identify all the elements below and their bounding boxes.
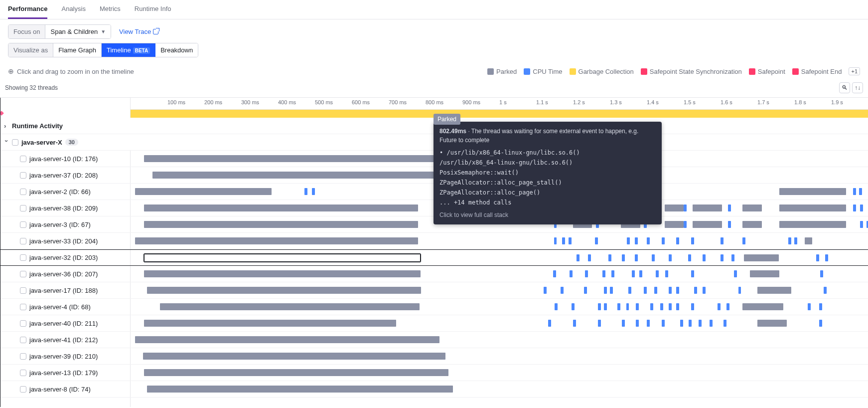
cpu-span[interactable] xyxy=(676,237,679,244)
viz-flame-graph[interactable]: Flame Graph xyxy=(53,43,102,57)
cpu-span[interactable] xyxy=(710,320,713,327)
cpu-span[interactable] xyxy=(636,303,639,310)
cpu-span[interactable] xyxy=(562,237,565,244)
thread-checkbox[interactable] xyxy=(20,172,26,179)
parked-span[interactable] xyxy=(135,188,272,195)
cpu-span[interactable] xyxy=(598,303,601,310)
thread-row[interactable]: java-server-39 (ID: 210) xyxy=(0,348,868,365)
cpu-span[interactable] xyxy=(703,287,706,294)
cpu-span[interactable] xyxy=(617,303,620,310)
cpu-span[interactable] xyxy=(669,287,672,294)
legend-safepoint-end[interactable]: Safepoint End xyxy=(792,68,842,75)
thread-row[interactable]: java-server-41 (ID: 212) xyxy=(0,332,868,348)
cpu-span[interactable] xyxy=(669,254,672,261)
cpu-span[interactable] xyxy=(555,303,558,310)
cpu-span[interactable] xyxy=(570,270,573,277)
parked-span[interactable] xyxy=(693,204,722,211)
cpu-span[interactable] xyxy=(699,320,702,327)
parked-span[interactable] xyxy=(135,336,439,343)
cpu-span[interactable] xyxy=(660,303,663,310)
cpu-span[interactable] xyxy=(584,287,587,294)
viz-timeline[interactable]: TimelineBETA xyxy=(102,43,155,57)
cpu-span[interactable] xyxy=(627,237,630,244)
cpu-span[interactable] xyxy=(788,237,791,244)
cpu-span[interactable] xyxy=(647,320,650,327)
parked-span[interactable] xyxy=(665,221,684,228)
cpu-span[interactable] xyxy=(689,320,692,327)
parked-span[interactable] xyxy=(144,254,421,262)
thread-checkbox[interactable] xyxy=(20,189,26,195)
parked-span[interactable] xyxy=(757,320,787,327)
cpu-span[interactable] xyxy=(694,287,697,294)
parked-span[interactable] xyxy=(135,237,418,244)
cpu-span[interactable] xyxy=(577,254,579,261)
cpu-span[interactable] xyxy=(644,287,647,294)
legend-parked[interactable]: Parked xyxy=(487,68,517,75)
parked-span[interactable] xyxy=(144,204,419,211)
view-trace-link[interactable]: View Trace xyxy=(119,28,158,35)
cpu-span[interactable] xyxy=(622,320,625,327)
parked-span[interactable] xyxy=(779,221,846,228)
cpu-span[interactable] xyxy=(734,270,737,277)
cpu-span[interactable] xyxy=(598,320,601,327)
tab-metrics[interactable]: Metrics xyxy=(100,5,121,19)
parked-span[interactable] xyxy=(742,221,761,228)
parked-span[interactable] xyxy=(805,237,812,244)
parked-span[interactable] xyxy=(147,386,453,393)
cpu-span[interactable] xyxy=(573,320,576,327)
cpu-span[interactable] xyxy=(569,237,572,244)
tab-analysis[interactable]: Analysis xyxy=(61,5,85,19)
cpu-span[interactable] xyxy=(604,303,607,310)
cpu-span[interactable] xyxy=(665,270,668,277)
cpu-span[interactable] xyxy=(676,303,679,310)
cpu-span[interactable] xyxy=(595,237,598,244)
parked-span[interactable] xyxy=(144,320,396,327)
thread-checkbox[interactable] xyxy=(20,205,26,211)
cpu-span[interactable] xyxy=(312,188,315,195)
cpu-span[interactable] xyxy=(602,270,605,277)
thread-row[interactable]: java-server-40 (ID: 211) xyxy=(0,315,868,332)
thread-row[interactable]: java-server-13 (ID: 179) xyxy=(0,365,868,381)
cpu-span[interactable] xyxy=(632,270,635,277)
cpu-span[interactable] xyxy=(622,254,625,261)
cpu-span[interactable] xyxy=(610,287,613,294)
cpu-span[interactable] xyxy=(684,221,687,228)
cpu-span[interactable] xyxy=(728,204,731,211)
focus-selector[interactable]: Focus on Span & Children ▼ xyxy=(8,24,111,39)
cpu-span[interactable] xyxy=(820,270,823,277)
group-checkbox[interactable] xyxy=(12,139,18,146)
cpu-span[interactable] xyxy=(742,237,745,244)
cpu-span[interactable] xyxy=(676,287,679,294)
cpu-span[interactable] xyxy=(808,303,811,310)
cpu-span[interactable] xyxy=(636,320,639,327)
parked-span[interactable] xyxy=(665,204,684,211)
thread-checkbox[interactable] xyxy=(20,287,26,294)
thread-checkbox[interactable] xyxy=(20,254,26,261)
search-button[interactable]: 🔍︎ xyxy=(839,82,850,93)
cpu-span[interactable] xyxy=(611,270,614,277)
thread-checkbox[interactable] xyxy=(20,353,26,360)
chevron-right-icon[interactable]: › xyxy=(4,122,9,130)
cpu-span[interactable] xyxy=(738,287,741,294)
cpu-span[interactable] xyxy=(604,287,607,294)
thread-row[interactable]: java-server-33 (ID: 204) xyxy=(0,233,868,249)
legend-cpu-time[interactable]: CPU Time xyxy=(524,68,562,75)
cpu-span[interactable] xyxy=(669,303,672,310)
cpu-span[interactable] xyxy=(824,287,827,294)
cpu-span[interactable] xyxy=(680,320,683,327)
thread-row[interactable]: java-server-4 (ID: 68) xyxy=(0,299,868,315)
playhead-line[interactable] xyxy=(0,98,0,407)
sort-button[interactable]: ↑↓ xyxy=(852,82,863,93)
cpu-span[interactable] xyxy=(721,237,723,244)
cpu-span[interactable] xyxy=(819,303,822,310)
parked-span[interactable] xyxy=(147,287,422,294)
cpu-span[interactable] xyxy=(654,287,657,294)
thread-checkbox[interactable] xyxy=(20,337,26,343)
cpu-span[interactable] xyxy=(553,270,556,277)
parked-span[interactable] xyxy=(144,270,421,277)
parked-span[interactable] xyxy=(144,369,448,376)
cpu-span[interactable] xyxy=(635,237,638,244)
cpu-span[interactable] xyxy=(652,254,655,261)
cpu-span[interactable] xyxy=(304,188,307,195)
thread-checkbox[interactable] xyxy=(20,156,26,162)
